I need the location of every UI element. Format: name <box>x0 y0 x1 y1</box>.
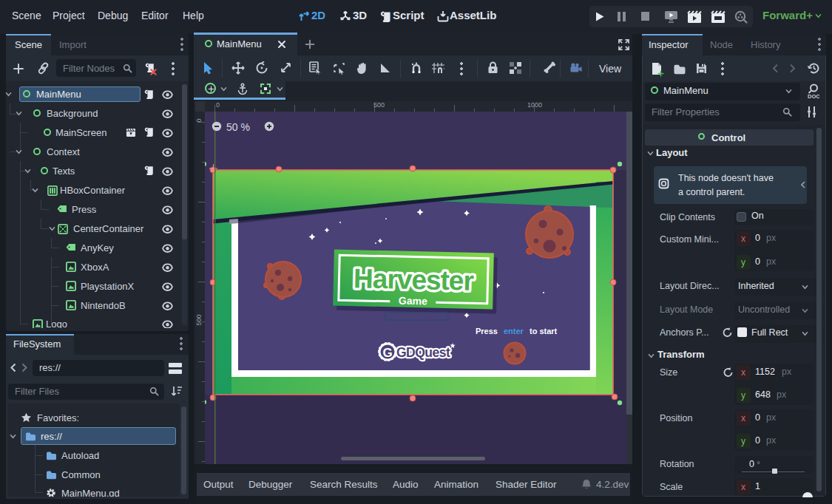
svg-text:Pressenterto start: Pressenterto start <box>476 327 558 336</box>
svg-text:50 %: 50 % <box>226 121 250 133</box>
svg-text:G: G <box>382 346 392 360</box>
svg-text:DOC: DOC <box>808 93 819 99</box>
svg-text:GDQuest: GDQuest <box>396 345 450 360</box>
svg-text:Harvester: Harvester <box>354 263 474 296</box>
svg-text:Game: Game <box>399 295 427 307</box>
